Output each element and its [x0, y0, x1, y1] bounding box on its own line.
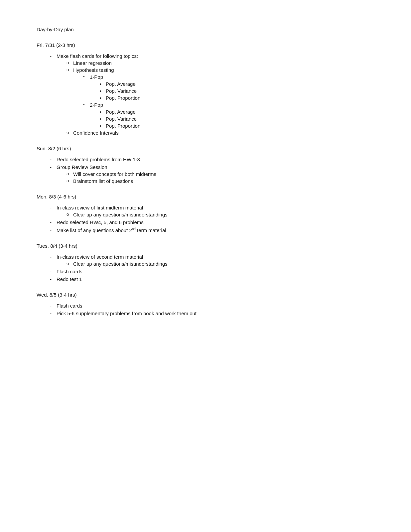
item-text: Clear up any questions/misunderstandings: [73, 261, 168, 267]
item-text: 2-Pop: [90, 102, 103, 108]
section-mon-83: Mon. 8/3 (4-6 hrs) In-class review of fi…: [37, 194, 374, 233]
twopop-subitems: Pop. Average Pop. Variance Pop. Proporti…: [90, 109, 374, 129]
list-item: Pop. Proportion: [100, 95, 374, 101]
section-heading-fri: Fri. 7/31 (2-3 hrs): [37, 42, 374, 48]
section-heading-sun: Sun. 8/2 (6 hrs): [37, 146, 374, 151]
item-text: Pop. Proportion: [106, 123, 140, 129]
list-item: Clear up any questions/misunderstandings: [67, 261, 374, 267]
list-item: Redo selected problems from HW 1-3: [50, 157, 374, 162]
list-item: Pop. Variance: [100, 116, 374, 122]
fri-subitems: Linear regression Hypothesis testing 1-P…: [57, 60, 374, 136]
list-item: In-class review of second term material …: [50, 254, 374, 267]
hypothesis-subitems: 1-Pop Pop. Average Pop. Variance Pop. Pr…: [73, 74, 374, 129]
section-heading-tues: Tues. 8/4 (3-4 hrs): [37, 243, 374, 249]
document-title-section: Day-by-Day plan: [37, 27, 374, 32]
item-text: Pick 5-6 supplementary problems from boo…: [57, 311, 197, 316]
list-item: Pop. Proportion: [100, 123, 374, 129]
document: Day-by-Day plan Fri. 7/31 (2-3 hrs) Make…: [37, 27, 374, 316]
item-text: Confidence Intervals: [73, 130, 119, 136]
mon-items: In-class review of first midterm materia…: [37, 205, 374, 233]
tues-items: In-class review of second term material …: [37, 254, 374, 282]
item-text: Pop. Average: [106, 109, 136, 115]
item-text: Make list of any questions about 2nd ter…: [57, 227, 166, 233]
item-text: Make flash cards for following topics:: [57, 53, 138, 59]
item-text: Pop. Average: [106, 81, 136, 87]
item-text: Pop. Variance: [106, 116, 137, 122]
list-item: Pop. Variance: [100, 88, 374, 94]
item-text: Will cover concepts for both midterms: [73, 171, 156, 177]
item-text: Hypothesis testing: [73, 67, 114, 73]
item-text: Brainstorm list of questions: [73, 178, 133, 184]
list-item: Make flash cards for following topics: L…: [50, 53, 374, 136]
group-review-subitems: Will cover concepts for both midterms Br…: [57, 171, 374, 184]
list-item: Group Review Session Will cover concepts…: [50, 164, 374, 184]
inclass-review-subitems: Clear up any questions/misunderstandings: [57, 212, 374, 217]
item-text: In-class review of first midterm materia…: [57, 205, 143, 210]
document-title: Day-by-Day plan: [37, 27, 374, 32]
list-item: Linear regression: [67, 60, 374, 66]
section-heading-mon: Mon. 8/3 (4-6 hrs): [37, 194, 374, 200]
item-text: In-class review of second term material: [57, 254, 143, 260]
item-text: Pop. Proportion: [106, 95, 140, 101]
list-item: Brainstorm list of questions: [67, 178, 374, 184]
section-fri-731: Fri. 7/31 (2-3 hrs) Make flash cards for…: [37, 42, 374, 136]
list-item: Pop. Average: [100, 109, 374, 115]
wed-items: Flash cards Pick 5-6 supplementary probl…: [37, 303, 374, 316]
item-text: Redo selected HW4, 5, and 6 problems: [57, 219, 144, 225]
list-item: 2-Pop Pop. Average Pop. Variance Pop. Pr…: [83, 102, 374, 129]
item-text: Group Review Session: [57, 164, 107, 170]
onepop-subitems: Pop. Average Pop. Variance Pop. Proporti…: [90, 81, 374, 101]
list-item: Clear up any questions/misunderstandings: [67, 212, 374, 217]
list-item: Redo selected HW4, 5, and 6 problems: [50, 219, 374, 225]
item-text: Redo selected problems from HW 1-3: [57, 157, 140, 162]
second-review-subitems: Clear up any questions/misunderstandings: [57, 261, 374, 267]
item-text: Pop. Variance: [106, 88, 137, 94]
sun-items: Redo selected problems from HW 1-3 Group…: [37, 157, 374, 184]
item-text: Linear regression: [73, 60, 112, 66]
list-item: Pick 5-6 supplementary problems from boo…: [50, 311, 374, 316]
list-item: Pop. Average: [100, 81, 374, 87]
item-text: Flash cards: [57, 269, 82, 274]
section-tues-84: Tues. 8/4 (3-4 hrs) In-class review of s…: [37, 243, 374, 282]
list-item: 1-Pop Pop. Average Pop. Variance Pop. Pr…: [83, 74, 374, 101]
list-item: Flash cards: [50, 303, 374, 309]
list-item: Will cover concepts for both midterms: [67, 171, 374, 177]
item-text: Flash cards: [57, 303, 82, 309]
section-wed-85: Wed. 8/5 (3-4 hrs) Flash cards Pick 5-6 …: [37, 292, 374, 316]
list-item: Confidence Intervals: [67, 130, 374, 136]
fri-items: Make flash cards for following topics: L…: [37, 53, 374, 136]
list-item: Redo test 1: [50, 276, 374, 282]
list-item: Flash cards: [50, 269, 374, 274]
list-item: Hypothesis testing 1-Pop Pop. Average Po…: [67, 67, 374, 129]
section-heading-wed: Wed. 8/5 (3-4 hrs): [37, 292, 374, 298]
item-text: Redo test 1: [57, 276, 82, 282]
list-item: In-class review of first midterm materia…: [50, 205, 374, 217]
section-sun-82: Sun. 8/2 (6 hrs) Redo selected problems …: [37, 146, 374, 184]
item-text: Clear up any questions/misunderstandings: [73, 212, 168, 217]
item-text: 1-Pop: [90, 74, 103, 80]
list-item: Make list of any questions about 2nd ter…: [50, 227, 374, 233]
